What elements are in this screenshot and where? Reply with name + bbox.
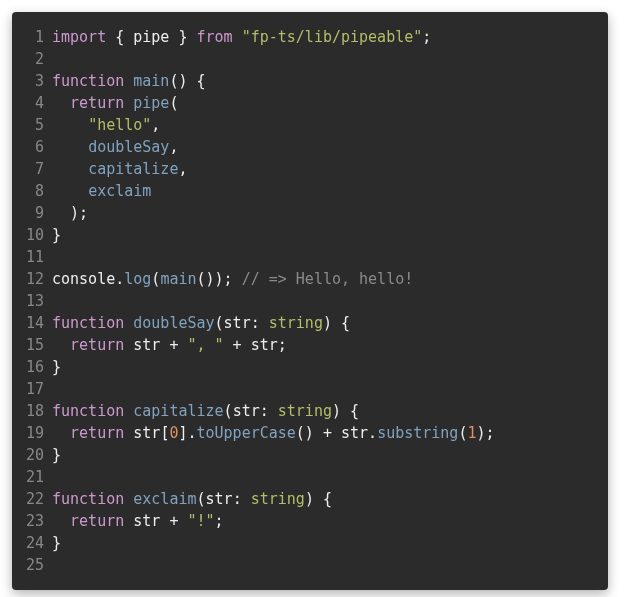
token-cmt: // => Hello, hello! xyxy=(242,270,414,288)
token-punc: + xyxy=(160,336,187,354)
token-punc: ; xyxy=(215,512,224,530)
code-line: 23 return str + "!"; xyxy=(20,510,592,532)
code-line: 3function main() { xyxy=(20,70,592,92)
line-number: 20 xyxy=(20,444,44,466)
code-content: capitalize, xyxy=(52,158,187,180)
token-punc: ); xyxy=(52,204,88,222)
token-punc xyxy=(52,116,88,134)
token-str: "!" xyxy=(187,512,214,530)
line-number: 1 xyxy=(20,26,44,48)
token-punc: , xyxy=(151,116,160,134)
token-punc xyxy=(124,424,133,442)
token-punc: ; xyxy=(422,28,431,46)
line-number: 18 xyxy=(20,400,44,422)
token-type: string xyxy=(251,490,305,508)
token-id: str xyxy=(251,336,278,354)
code-line: 18function capitalize(str: string) { xyxy=(20,400,592,422)
token-punc xyxy=(124,336,133,354)
token-punc: ]. xyxy=(178,424,196,442)
code-line: 7 capitalize, xyxy=(20,158,592,180)
code-content: import { pipe } from "fp-ts/lib/pipeable… xyxy=(52,26,431,48)
code-content: } xyxy=(52,532,61,554)
line-number: 9 xyxy=(20,202,44,224)
code-content: return str + "!"; xyxy=(52,510,224,532)
code-line: 19 return str[0].toUpperCase() + str.sub… xyxy=(20,422,592,444)
token-fn: toUpperCase xyxy=(197,424,296,442)
code-content: function doubleSay(str: string) { xyxy=(52,312,350,334)
token-fn: doubleSay xyxy=(88,138,169,156)
token-fn: pipe xyxy=(133,94,169,112)
code-content: return pipe( xyxy=(52,92,178,114)
line-number: 15 xyxy=(20,334,44,356)
token-str: "hello" xyxy=(88,116,151,134)
line-number: 7 xyxy=(20,158,44,180)
token-punc xyxy=(233,28,242,46)
line-number: 4 xyxy=(20,92,44,114)
code-content: console.log(main()); // => Hello, hello! xyxy=(52,268,413,290)
code-block: 1import { pipe } from "fp-ts/lib/pipeabl… xyxy=(12,12,608,590)
code-line: 11 xyxy=(20,246,592,268)
code-line: 22function exclaim(str: string) { xyxy=(20,488,592,510)
token-str: ", " xyxy=(187,336,223,354)
code-line: 2 xyxy=(20,48,592,70)
token-punc: . xyxy=(368,424,377,442)
token-str: "fp-ts/lib/pipeable" xyxy=(242,28,423,46)
token-punc: ; xyxy=(278,336,287,354)
token-punc: , xyxy=(178,160,187,178)
token-punc xyxy=(52,336,70,354)
line-number: 13 xyxy=(20,290,44,312)
code-content: doubleSay, xyxy=(52,136,178,158)
code-content: function main() { xyxy=(52,70,206,92)
line-number: 19 xyxy=(20,422,44,444)
code-line: 15 return str + ", " + str; xyxy=(20,334,592,356)
code-line: 9 ); xyxy=(20,202,592,224)
line-number: 17 xyxy=(20,378,44,400)
code-line: 13 xyxy=(20,290,592,312)
token-punc: () { xyxy=(169,72,205,90)
token-punc: + xyxy=(160,512,187,530)
line-number: 5 xyxy=(20,114,44,136)
token-punc: : xyxy=(260,402,278,420)
line-number: 16 xyxy=(20,356,44,378)
code-content: } xyxy=(52,444,61,466)
line-number: 3 xyxy=(20,70,44,92)
line-number: 22 xyxy=(20,488,44,510)
token-punc: ) { xyxy=(323,314,350,332)
token-punc: : xyxy=(233,490,251,508)
token-punc xyxy=(124,490,133,508)
code-content: return str + ", " + str; xyxy=(52,334,287,356)
token-punc: } xyxy=(52,226,61,244)
token-kw: return xyxy=(70,336,124,354)
token-punc: { xyxy=(106,28,133,46)
token-id: str xyxy=(341,424,368,442)
token-punc xyxy=(52,424,70,442)
line-number: 8 xyxy=(20,180,44,202)
code-content: "hello", xyxy=(52,114,160,136)
token-fn: capitalize xyxy=(133,402,223,420)
line-number: 12 xyxy=(20,268,44,290)
line-number: 21 xyxy=(20,466,44,488)
token-kw: from xyxy=(197,28,233,46)
token-punc xyxy=(124,314,133,332)
code-content: } xyxy=(52,224,61,246)
token-kw: function xyxy=(52,314,124,332)
token-punc: ); xyxy=(476,424,494,442)
token-type: string xyxy=(278,402,332,420)
code-line: 6 doubleSay, xyxy=(20,136,592,158)
token-fn: capitalize xyxy=(88,160,178,178)
line-number: 24 xyxy=(20,532,44,554)
token-kw: return xyxy=(70,424,124,442)
code-line: 1import { pipe } from "fp-ts/lib/pipeabl… xyxy=(20,26,592,48)
token-kw: function xyxy=(52,402,124,420)
code-line: 21 xyxy=(20,466,592,488)
token-prop: log xyxy=(124,270,151,288)
token-punc xyxy=(124,402,133,420)
code-content: function exclaim(str: string) { xyxy=(52,488,332,510)
token-punc: ) { xyxy=(332,402,359,420)
token-fn: main xyxy=(160,270,196,288)
line-number: 11 xyxy=(20,246,44,268)
token-punc xyxy=(52,160,88,178)
token-id: str xyxy=(206,490,233,508)
token-punc: ( xyxy=(197,490,206,508)
token-id: str xyxy=(133,424,160,442)
